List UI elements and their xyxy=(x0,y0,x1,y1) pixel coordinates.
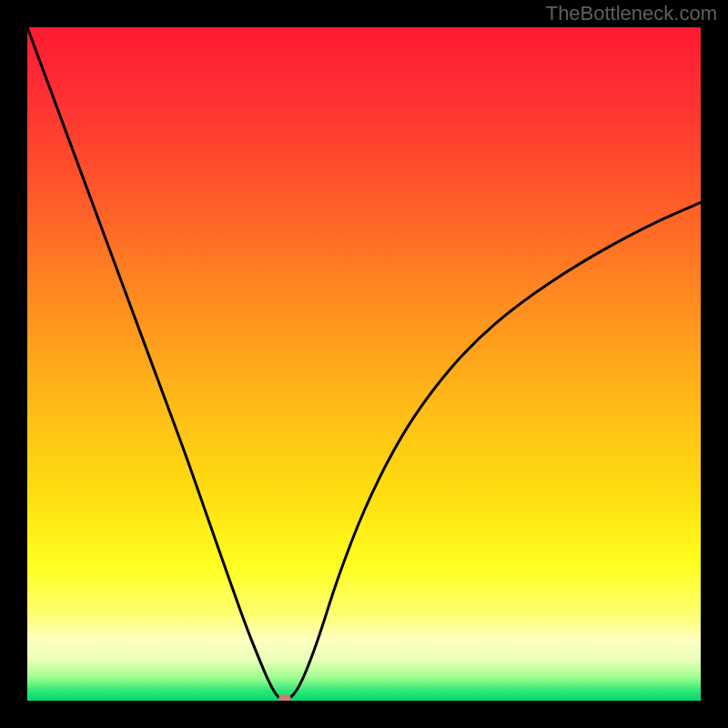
chart-frame: TheBottleneck.com xyxy=(0,0,728,728)
bottleneck-curve xyxy=(27,27,701,701)
optimal-point-marker xyxy=(278,694,291,701)
plot-area xyxy=(27,27,701,701)
watermark-text: TheBottleneck.com xyxy=(546,2,717,25)
